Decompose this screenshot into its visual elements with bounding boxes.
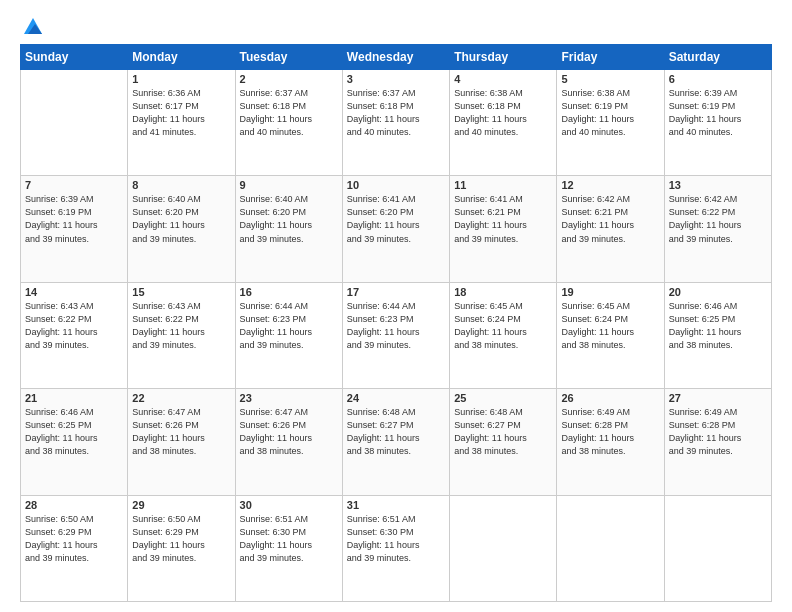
calendar-cell: 30Sunrise: 6:51 AM Sunset: 6:30 PM Dayli… xyxy=(235,495,342,601)
calendar-cell: 8Sunrise: 6:40 AM Sunset: 6:20 PM Daylig… xyxy=(128,176,235,282)
day-info: Sunrise: 6:51 AM Sunset: 6:30 PM Dayligh… xyxy=(240,513,338,565)
day-info: Sunrise: 6:37 AM Sunset: 6:18 PM Dayligh… xyxy=(240,87,338,139)
calendar-cell: 3Sunrise: 6:37 AM Sunset: 6:18 PM Daylig… xyxy=(342,70,449,176)
day-info: Sunrise: 6:50 AM Sunset: 6:29 PM Dayligh… xyxy=(25,513,123,565)
calendar-cell: 4Sunrise: 6:38 AM Sunset: 6:18 PM Daylig… xyxy=(450,70,557,176)
day-info: Sunrise: 6:41 AM Sunset: 6:21 PM Dayligh… xyxy=(454,193,552,245)
logo-icon xyxy=(22,16,44,38)
calendar-cell: 23Sunrise: 6:47 AM Sunset: 6:26 PM Dayli… xyxy=(235,389,342,495)
day-number: 8 xyxy=(132,179,230,191)
day-info: Sunrise: 6:42 AM Sunset: 6:21 PM Dayligh… xyxy=(561,193,659,245)
calendar-cell: 6Sunrise: 6:39 AM Sunset: 6:19 PM Daylig… xyxy=(664,70,771,176)
calendar-header-row: SundayMondayTuesdayWednesdayThursdayFrid… xyxy=(21,45,772,70)
day-number: 20 xyxy=(669,286,767,298)
calendar-cell: 21Sunrise: 6:46 AM Sunset: 6:25 PM Dayli… xyxy=(21,389,128,495)
day-info: Sunrise: 6:45 AM Sunset: 6:24 PM Dayligh… xyxy=(454,300,552,352)
calendar-cell xyxy=(450,495,557,601)
calendar-cell: 7Sunrise: 6:39 AM Sunset: 6:19 PM Daylig… xyxy=(21,176,128,282)
calendar-cell: 15Sunrise: 6:43 AM Sunset: 6:22 PM Dayli… xyxy=(128,282,235,388)
day-number: 30 xyxy=(240,499,338,511)
day-number: 22 xyxy=(132,392,230,404)
calendar-week-row: 28Sunrise: 6:50 AM Sunset: 6:29 PM Dayli… xyxy=(21,495,772,601)
day-number: 16 xyxy=(240,286,338,298)
calendar-cell: 10Sunrise: 6:41 AM Sunset: 6:20 PM Dayli… xyxy=(342,176,449,282)
calendar-cell: 16Sunrise: 6:44 AM Sunset: 6:23 PM Dayli… xyxy=(235,282,342,388)
day-number: 7 xyxy=(25,179,123,191)
day-number: 2 xyxy=(240,73,338,85)
calendar-cell: 9Sunrise: 6:40 AM Sunset: 6:20 PM Daylig… xyxy=(235,176,342,282)
day-number: 19 xyxy=(561,286,659,298)
calendar-cell xyxy=(664,495,771,601)
day-number: 14 xyxy=(25,286,123,298)
calendar-cell: 2Sunrise: 6:37 AM Sunset: 6:18 PM Daylig… xyxy=(235,70,342,176)
calendar-week-row: 14Sunrise: 6:43 AM Sunset: 6:22 PM Dayli… xyxy=(21,282,772,388)
weekday-header: Saturday xyxy=(664,45,771,70)
day-info: Sunrise: 6:45 AM Sunset: 6:24 PM Dayligh… xyxy=(561,300,659,352)
day-info: Sunrise: 6:44 AM Sunset: 6:23 PM Dayligh… xyxy=(347,300,445,352)
calendar-cell: 19Sunrise: 6:45 AM Sunset: 6:24 PM Dayli… xyxy=(557,282,664,388)
day-number: 3 xyxy=(347,73,445,85)
day-number: 29 xyxy=(132,499,230,511)
calendar-week-row: 21Sunrise: 6:46 AM Sunset: 6:25 PM Dayli… xyxy=(21,389,772,495)
page: SundayMondayTuesdayWednesdayThursdayFrid… xyxy=(0,0,792,612)
calendar-cell: 11Sunrise: 6:41 AM Sunset: 6:21 PM Dayli… xyxy=(450,176,557,282)
day-number: 17 xyxy=(347,286,445,298)
calendar-cell: 28Sunrise: 6:50 AM Sunset: 6:29 PM Dayli… xyxy=(21,495,128,601)
day-info: Sunrise: 6:39 AM Sunset: 6:19 PM Dayligh… xyxy=(25,193,123,245)
day-info: Sunrise: 6:41 AM Sunset: 6:20 PM Dayligh… xyxy=(347,193,445,245)
day-number: 21 xyxy=(25,392,123,404)
day-number: 28 xyxy=(25,499,123,511)
calendar-cell: 18Sunrise: 6:45 AM Sunset: 6:24 PM Dayli… xyxy=(450,282,557,388)
logo xyxy=(20,16,44,34)
calendar-cell: 31Sunrise: 6:51 AM Sunset: 6:30 PM Dayli… xyxy=(342,495,449,601)
day-info: Sunrise: 6:46 AM Sunset: 6:25 PM Dayligh… xyxy=(25,406,123,458)
day-number: 31 xyxy=(347,499,445,511)
calendar-cell: 12Sunrise: 6:42 AM Sunset: 6:21 PM Dayli… xyxy=(557,176,664,282)
day-number: 9 xyxy=(240,179,338,191)
weekday-header: Thursday xyxy=(450,45,557,70)
weekday-header: Monday xyxy=(128,45,235,70)
calendar-cell xyxy=(21,70,128,176)
day-number: 25 xyxy=(454,392,552,404)
day-info: Sunrise: 6:47 AM Sunset: 6:26 PM Dayligh… xyxy=(132,406,230,458)
day-number: 1 xyxy=(132,73,230,85)
day-info: Sunrise: 6:36 AM Sunset: 6:17 PM Dayligh… xyxy=(132,87,230,139)
day-number: 11 xyxy=(454,179,552,191)
day-info: Sunrise: 6:43 AM Sunset: 6:22 PM Dayligh… xyxy=(132,300,230,352)
day-info: Sunrise: 6:37 AM Sunset: 6:18 PM Dayligh… xyxy=(347,87,445,139)
header xyxy=(20,16,772,34)
calendar-week-row: 1Sunrise: 6:36 AM Sunset: 6:17 PM Daylig… xyxy=(21,70,772,176)
day-number: 24 xyxy=(347,392,445,404)
day-number: 15 xyxy=(132,286,230,298)
calendar-cell: 22Sunrise: 6:47 AM Sunset: 6:26 PM Dayli… xyxy=(128,389,235,495)
day-number: 13 xyxy=(669,179,767,191)
day-number: 27 xyxy=(669,392,767,404)
day-info: Sunrise: 6:48 AM Sunset: 6:27 PM Dayligh… xyxy=(454,406,552,458)
day-number: 6 xyxy=(669,73,767,85)
calendar-cell: 14Sunrise: 6:43 AM Sunset: 6:22 PM Dayli… xyxy=(21,282,128,388)
calendar-cell: 26Sunrise: 6:49 AM Sunset: 6:28 PM Dayli… xyxy=(557,389,664,495)
day-info: Sunrise: 6:47 AM Sunset: 6:26 PM Dayligh… xyxy=(240,406,338,458)
weekday-header: Sunday xyxy=(21,45,128,70)
day-info: Sunrise: 6:44 AM Sunset: 6:23 PM Dayligh… xyxy=(240,300,338,352)
day-info: Sunrise: 6:42 AM Sunset: 6:22 PM Dayligh… xyxy=(669,193,767,245)
day-number: 12 xyxy=(561,179,659,191)
calendar-cell: 29Sunrise: 6:50 AM Sunset: 6:29 PM Dayli… xyxy=(128,495,235,601)
day-info: Sunrise: 6:49 AM Sunset: 6:28 PM Dayligh… xyxy=(669,406,767,458)
weekday-header: Tuesday xyxy=(235,45,342,70)
day-info: Sunrise: 6:39 AM Sunset: 6:19 PM Dayligh… xyxy=(669,87,767,139)
calendar-table: SundayMondayTuesdayWednesdayThursdayFrid… xyxy=(20,44,772,602)
calendar-cell: 17Sunrise: 6:44 AM Sunset: 6:23 PM Dayli… xyxy=(342,282,449,388)
day-info: Sunrise: 6:40 AM Sunset: 6:20 PM Dayligh… xyxy=(240,193,338,245)
calendar-cell: 13Sunrise: 6:42 AM Sunset: 6:22 PM Dayli… xyxy=(664,176,771,282)
day-number: 5 xyxy=(561,73,659,85)
weekday-header: Friday xyxy=(557,45,664,70)
day-info: Sunrise: 6:49 AM Sunset: 6:28 PM Dayligh… xyxy=(561,406,659,458)
day-info: Sunrise: 6:40 AM Sunset: 6:20 PM Dayligh… xyxy=(132,193,230,245)
calendar-cell: 1Sunrise: 6:36 AM Sunset: 6:17 PM Daylig… xyxy=(128,70,235,176)
day-info: Sunrise: 6:46 AM Sunset: 6:25 PM Dayligh… xyxy=(669,300,767,352)
day-info: Sunrise: 6:38 AM Sunset: 6:19 PM Dayligh… xyxy=(561,87,659,139)
day-info: Sunrise: 6:50 AM Sunset: 6:29 PM Dayligh… xyxy=(132,513,230,565)
calendar-cell: 20Sunrise: 6:46 AM Sunset: 6:25 PM Dayli… xyxy=(664,282,771,388)
calendar-cell: 5Sunrise: 6:38 AM Sunset: 6:19 PM Daylig… xyxy=(557,70,664,176)
